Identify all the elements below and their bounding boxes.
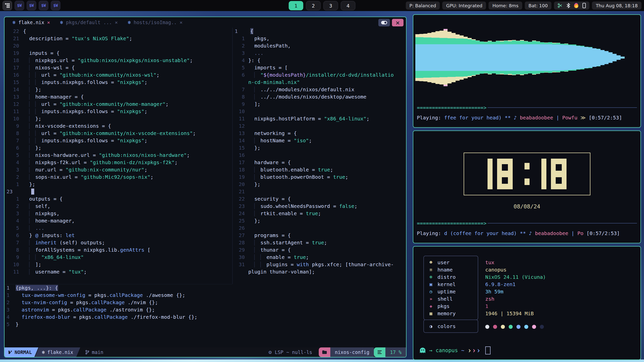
text-segment bbox=[23, 218, 29, 224]
line-number: 8 bbox=[5, 130, 23, 137]
text-segment bbox=[32, 240, 35, 246]
text-segment: home-manager, bbox=[32, 218, 75, 224]
launcher-button-4[interactable]: $W bbox=[51, 1, 60, 10]
text-segment: "github:moni-dz/nixpkgs-f2k" bbox=[90, 159, 175, 165]
text-segment: n-cd-minimal.nix" bbox=[248, 79, 300, 85]
code-line: 13 ▏ home-manager = { bbox=[5, 93, 232, 101]
text-segment bbox=[23, 72, 29, 78]
audio-visualizer bbox=[415, 20, 638, 95]
code-text: ▏ nixpkgs, bbox=[23, 210, 60, 217]
viz-segment bbox=[464, 39, 468, 44]
code-line: 16 ▏ ▏ url = "github:nix-community/nixos… bbox=[5, 71, 232, 79]
text-segment bbox=[248, 86, 254, 93]
project-segment-cap bbox=[319, 347, 330, 357]
color-dot-8 bbox=[540, 325, 544, 329]
line-number: 3 bbox=[5, 166, 23, 173]
tab-flake-nix[interactable]: ❄flake.nix× bbox=[8, 17, 55, 28]
tag-1[interactable]: 1 bbox=[289, 1, 303, 10]
text-segment: ; bbox=[354, 203, 357, 209]
viz-segment bbox=[500, 71, 504, 74]
tab-pkgs-default-[interactable]: ❄pkgs/default ...× bbox=[55, 17, 123, 28]
code-text: ▏ sudo.wheelNeedsPassword = false; bbox=[248, 203, 357, 210]
text-segment: Playing: bbox=[417, 115, 444, 121]
code-text: ▏ nur.url = "github:nix-community/nur"; bbox=[23, 166, 147, 173]
status-pill-4[interactable]: Bat: 100 bbox=[525, 2, 552, 10]
tab-close-icon[interactable]: × bbox=[47, 19, 50, 25]
viz-bar bbox=[484, 20, 488, 95]
launcher-group: $W$W$W$W bbox=[3, 1, 60, 10]
code-line: 17 hardware = { bbox=[233, 159, 406, 166]
pane-pkgs-default[interactable]: 1{pkgs, ...}: {1 tux-awesome-wm-config =… bbox=[5, 284, 232, 349]
viz-segment bbox=[536, 71, 540, 74]
line-number: 25 bbox=[233, 217, 248, 224]
tab-hosts-isoImag-[interactable]: ❄hosts/isoImag..× bbox=[123, 17, 188, 28]
fetch-label: hname bbox=[437, 267, 453, 273]
status-pill-2[interactable]: GPU: Integrated bbox=[442, 2, 486, 10]
tab-label: pkgs/default ... bbox=[66, 20, 112, 25]
text-segment: nixos-hardware.url = bbox=[32, 152, 99, 158]
text-segment: ; bbox=[144, 138, 147, 144]
text-segment bbox=[31, 189, 34, 195]
tray-pill[interactable] bbox=[554, 2, 589, 10]
lsp-segment[interactable]: ⚙ LSP ~ null-ls bbox=[269, 347, 319, 357]
status-pill-3[interactable]: Home: 8ms bbox=[489, 2, 522, 10]
shell-prompt[interactable]: → canopus ~ ››› bbox=[419, 346, 491, 354]
tag-3[interactable]: 3 bbox=[324, 1, 338, 10]
app-grid-button[interactable] bbox=[3, 1, 12, 10]
launcher-button-1[interactable]: $W bbox=[15, 1, 24, 10]
viz-segment bbox=[423, 37, 427, 44]
text-segment: ▏ bbox=[254, 72, 257, 78]
git-branch-segment[interactable]: main bbox=[80, 347, 108, 357]
line-number: 7 bbox=[5, 137, 23, 144]
tab-close-icon[interactable]: × bbox=[180, 19, 183, 25]
line-number: 4 bbox=[5, 159, 23, 166]
text-segment: nixpkgs-f2k.url = bbox=[32, 159, 90, 165]
text-segment: ; bbox=[156, 72, 159, 78]
text-segment: true bbox=[312, 240, 324, 246]
text-segment bbox=[23, 123, 29, 129]
viz-bar bbox=[548, 20, 552, 95]
text-segment bbox=[23, 152, 29, 158]
code-text: ▏ forAllSystems = nixpkgs.lib.genAttrs [ bbox=[23, 246, 150, 254]
clock-pill[interactable]: Thu Aug 08, 18:18 bbox=[592, 2, 641, 10]
text-segment: ; bbox=[324, 240, 327, 246]
lines-icon bbox=[377, 350, 382, 354]
project-segment[interactable]: nixos-config bbox=[330, 347, 374, 357]
text-segment: "github:nixos/nixpkgs/nixos-unstable" bbox=[78, 57, 190, 63]
tag-2[interactable]: 2 bbox=[306, 1, 321, 10]
code-line: 5 imports = [ bbox=[233, 64, 406, 71]
top-bar: $W$W$W$W 1234 P: BalancedGPU: Integrated… bbox=[0, 0, 644, 11]
tag-4[interactable]: 4 bbox=[341, 1, 355, 10]
code-text: ▏ thunar = { bbox=[248, 246, 291, 254]
viz-segment bbox=[536, 44, 540, 71]
status-pill-1[interactable]: P: Balanced bbox=[406, 2, 440, 10]
viz-segment bbox=[516, 44, 520, 71]
code-line: 2 modulesPath, bbox=[233, 42, 406, 50]
launcher-button-2[interactable]: $W bbox=[27, 1, 36, 10]
pane-flake-nix[interactable]: 22{21 description = "tux's NixOS Flake";… bbox=[5, 28, 232, 284]
line-number: 1 bbox=[5, 292, 16, 299]
text-segment bbox=[32, 138, 35, 144]
pane-iso-image[interactable]: 1{1 pkgs,2 modulesPath,3 ...4}: {5 impor… bbox=[233, 28, 406, 284]
color-dots bbox=[485, 323, 546, 330]
window-close-button[interactable]: × bbox=[392, 19, 404, 26]
viz-segment bbox=[504, 41, 508, 44]
text-segment: "github:nix-community/home-manager" bbox=[60, 101, 166, 107]
text-segment: tux-nvim-config bbox=[22, 299, 67, 305]
code-line: 7 ▏ inherit (self) outputs; bbox=[5, 239, 232, 246]
ontop-toggle-button[interactable] bbox=[378, 19, 390, 26]
launcher-button-3[interactable]: $W bbox=[39, 1, 48, 10]
fetch-values: tuxcanopusNixOS 24.11 (Vicuna)6.9.8-zen1… bbox=[478, 256, 546, 333]
text-segment: ; bbox=[150, 174, 153, 180]
fetch-value-uptime: 3h 59m bbox=[485, 288, 546, 295]
code-line: plugin thunar-volman]; bbox=[233, 268, 406, 276]
text-segment: ; bbox=[193, 130, 196, 136]
tab-close-icon[interactable]: × bbox=[115, 19, 118, 25]
viz-segment bbox=[496, 71, 500, 74]
viz-segment bbox=[560, 45, 564, 70]
file-segment[interactable]: ❄ flake.nix bbox=[35, 347, 80, 357]
code-line: n-cd-minimal.nix" bbox=[233, 79, 406, 86]
text-segment: ; bbox=[144, 79, 147, 85]
text-segment: "iso" bbox=[294, 138, 309, 144]
scroll-percent: 17 % bbox=[390, 349, 401, 355]
